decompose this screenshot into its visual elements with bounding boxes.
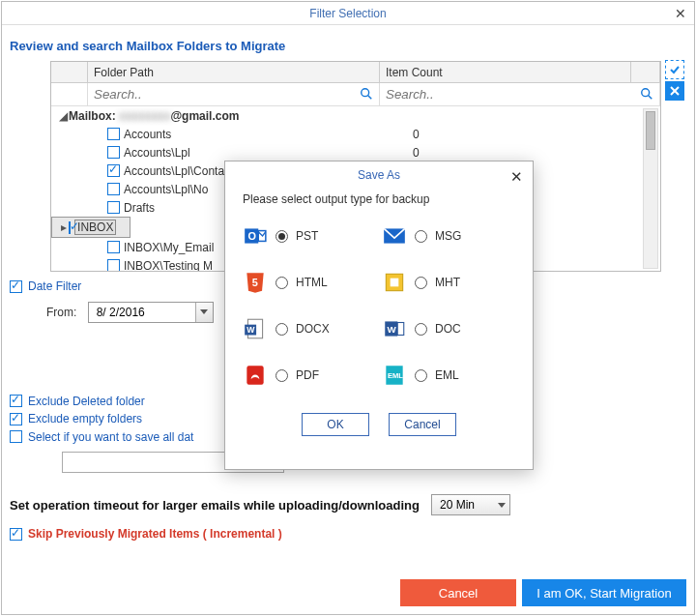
radio-pst[interactable] (276, 230, 288, 243)
filter-selection-window: Filter Selection ✕ Review and search Mai… (1, 1, 695, 615)
folder-checkbox[interactable] (107, 241, 120, 253)
window-titlebar: Filter Selection ✕ (2, 2, 694, 25)
option-eml[interactable]: EML EML (382, 363, 515, 388)
radio-eml[interactable] (415, 369, 427, 382)
radio-docx[interactable] (276, 323, 288, 336)
folder-checkbox[interactable] (69, 221, 71, 234)
html5-icon: 5 (243, 270, 268, 295)
dialog-title: Save As (358, 168, 400, 182)
folder-checkbox[interactable] (107, 146, 120, 159)
start-migration-button[interactable]: I am OK, Start Migration (522, 579, 686, 606)
svg-text:W: W (387, 324, 396, 335)
radio-pdf[interactable] (276, 369, 288, 382)
timeout-label: Set operation timeout for larger emails … (10, 498, 420, 513)
word-docx-icon: W (243, 316, 268, 341)
option-pst[interactable]: O PST (243, 223, 376, 249)
header-item-count[interactable]: Item Count (380, 62, 631, 82)
exclude-deleted-checkbox[interactable]: Exclude Deleted folder (10, 395, 145, 408)
svg-line-3 (649, 96, 652, 100)
tree-scrollbar[interactable] (643, 108, 658, 269)
search-folder-input[interactable] (88, 83, 379, 104)
search-icon[interactable] (360, 87, 373, 101)
tree-row[interactable]: Accounts0 (51, 125, 660, 143)
select-all-icon[interactable] (665, 60, 684, 79)
option-doc[interactable]: W DOC (382, 316, 515, 341)
radio-mht[interactable] (415, 277, 427, 289)
cancel-button[interactable]: Cancel (400, 579, 516, 606)
svg-text:O: O (247, 230, 255, 242)
window-title: Filter Selection (309, 7, 386, 20)
tree-mailbox-row[interactable]: ◢ Mailbox: xxxxxxxx@gmail.com (51, 106, 660, 125)
mht-icon (382, 270, 407, 295)
mailbox-prefix: Mailbox: (69, 109, 119, 123)
envelope-icon (382, 223, 407, 249)
header-folder-path[interactable]: Folder Path (88, 62, 380, 82)
svg-rect-18 (397, 323, 404, 336)
folder-checkbox[interactable] (107, 259, 120, 271)
folder-checkbox[interactable] (107, 201, 120, 214)
svg-text:W: W (246, 325, 255, 335)
option-mht[interactable]: MHT (382, 270, 515, 295)
mailbox-suffix: @gmail.com (170, 109, 239, 123)
save-as-dialog: Save As ✕ Please select output type for … (224, 161, 534, 470)
svg-point-0 (362, 89, 369, 97)
word-doc-icon: W (382, 316, 407, 341)
radio-msg[interactable] (415, 230, 427, 243)
mailbox-redacted: xxxxxxxx (119, 109, 170, 123)
date-picker-icon[interactable] (195, 303, 213, 322)
pdf-icon (243, 363, 268, 388)
tree-row[interactable]: ▸INBOX (51, 217, 130, 238)
date-from-input[interactable]: 8/ 2/2016 (88, 302, 214, 323)
search-icon[interactable] (640, 87, 653, 101)
option-html[interactable]: 5 HTML (243, 270, 376, 295)
folder-checkbox[interactable] (107, 183, 120, 195)
timeout-select[interactable]: 20 Min (431, 494, 510, 515)
date-from-label: From: (46, 306, 76, 319)
option-docx[interactable]: W DOCX (243, 316, 376, 341)
option-pdf[interactable]: PDF (243, 363, 376, 388)
folder-checkbox[interactable] (107, 128, 120, 140)
radio-html[interactable] (276, 277, 288, 289)
window-close-icon[interactable]: ✕ (675, 2, 686, 25)
outlook-icon: O (243, 223, 268, 249)
tree-row[interactable]: Accounts\Lpl0 (51, 143, 660, 161)
date-filter-checkbox[interactable]: Date Filter (10, 279, 81, 293)
svg-rect-12 (391, 279, 399, 287)
dialog-message: Please select output type for backup (225, 189, 533, 216)
clear-all-icon[interactable] (665, 81, 684, 101)
exclude-empty-checkbox[interactable]: Exclude empty folders (10, 412, 142, 425)
expand-icon[interactable]: ▸ (61, 220, 67, 234)
section-review-title: Review and search Mailbox Folders to Mig… (10, 39, 686, 53)
dialog-ok-button[interactable]: OK (302, 413, 369, 436)
radio-doc[interactable] (415, 323, 427, 336)
eml-icon: EML (382, 363, 407, 388)
search-count-input[interactable] (380, 83, 659, 104)
tree-header-row: Folder Path Item Count (51, 62, 660, 83)
folder-checkbox[interactable] (107, 164, 120, 177)
svg-point-2 (642, 89, 650, 97)
svg-text:5: 5 (252, 277, 258, 288)
collapse-icon[interactable]: ◢ (57, 109, 69, 123)
svg-line-1 (368, 96, 372, 100)
svg-text:EML: EML (388, 371, 403, 380)
close-icon[interactable]: ✕ (510, 163, 523, 191)
chevron-down-icon (498, 503, 506, 508)
skip-migrated-checkbox[interactable]: Skip Previously Migrated Items ( Increme… (10, 527, 282, 541)
option-msg[interactable]: MSG (382, 223, 515, 249)
dialog-cancel-button[interactable]: Cancel (389, 413, 456, 436)
select-all-data-checkbox[interactable]: Select if you want to save all dat (10, 430, 193, 444)
